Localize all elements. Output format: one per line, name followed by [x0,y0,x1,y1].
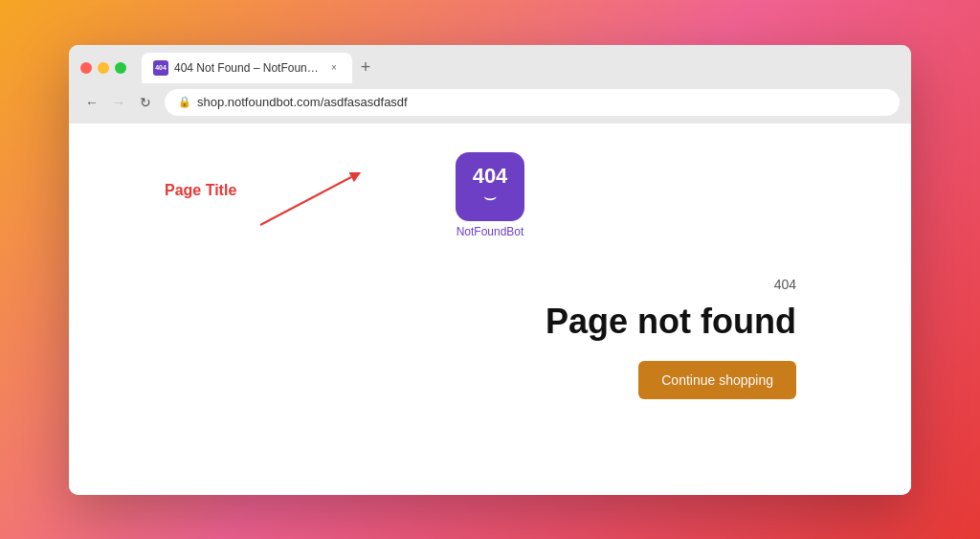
new-tab-button[interactable]: + [352,55,379,81]
annotation-label: Page Title [165,182,236,199]
logo-name: NotFoundBot [457,225,524,238]
page-header: Page Title 404 ⌣ NotFoundBot [69,124,911,258]
logo-smile-icon: ⌣ [483,187,497,208]
address-bar: ← → ↻ 🔒 shop.notfoundbot.com/asdfasasdfa… [69,83,911,124]
tab-favicon: 404 [153,60,168,76]
nav-buttons: ← → ↻ [80,91,157,114]
traffic-lights [80,62,126,74]
maximize-window-button[interactable] [115,62,126,74]
logo-container: 404 ⌣ NotFoundBot [456,152,524,238]
lock-icon: 🔒 [178,96,191,108]
browser-window: 404 404 Not Found – NotFoundB... × + ← →… [69,45,911,495]
error-code: 404 [774,277,796,292]
tab-bar: 404 404 Not Found – NotFoundB... × + [142,53,900,83]
browser-content: Page Title 404 ⌣ NotFoundBot [69,124,911,495]
logo-icon: 404 ⌣ [456,152,524,221]
svg-line-1 [260,177,351,225]
page-main: 404 Page not found Continue shopping [69,258,911,438]
continue-shopping-button[interactable]: Continue shopping [638,361,796,399]
active-tab[interactable]: 404 404 Not Found – NotFoundB... × [142,53,352,83]
url-bar[interactable]: 🔒 shop.notfoundbot.com/asdfasasdfasdf [165,89,900,116]
tab-title: 404 Not Found – NotFoundB... [174,61,322,75]
tab-favicon-text: 404 [155,64,167,71]
title-bar: 404 404 Not Found – NotFoundB... × + [69,45,911,83]
annotation-arrow [256,172,370,230]
close-window-button[interactable] [80,62,92,74]
logo-404-text: 404 [473,166,508,187]
page-title-annotation: Page Title [165,182,236,199]
forward-button[interactable]: → [107,91,130,114]
minimize-window-button[interactable] [98,62,109,74]
browser-chrome: 404 404 Not Found – NotFoundB... × + ← →… [69,45,911,124]
tab-close-button[interactable]: × [327,61,341,75]
back-button[interactable]: ← [80,91,103,114]
error-title: Page not found [546,302,796,342]
url-text: shop.notfoundbot.com/asdfasasdfasdf [197,95,408,109]
reload-button[interactable]: ↻ [134,91,157,114]
